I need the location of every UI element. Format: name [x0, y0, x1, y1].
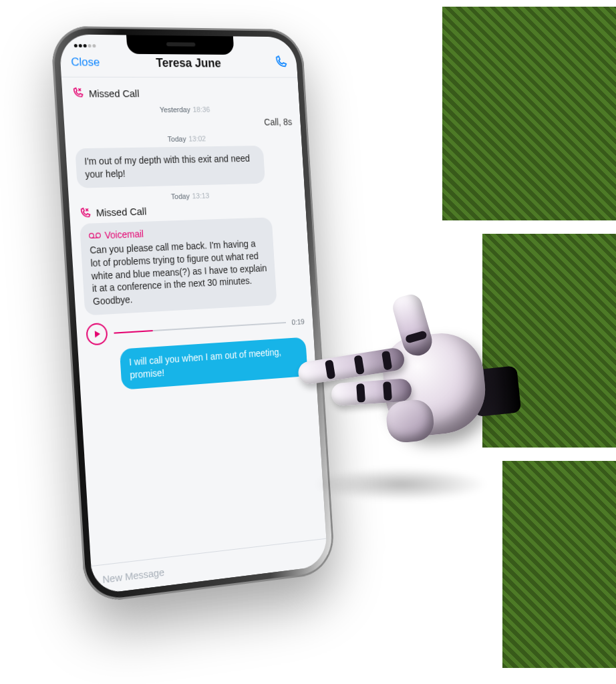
compose-placeholder: New Message — [102, 566, 165, 586]
timestamp: Today13:13 — [78, 189, 297, 203]
robot-hand — [295, 287, 513, 481]
call-duration: Call, 8s — [264, 117, 293, 128]
chat-scroll[interactable]: Missed Call Yesterday18:36 Call, 8s Toda… — [61, 77, 317, 397]
compose-input[interactable]: New Message — [91, 538, 328, 595]
missed-call-label: Missed Call — [88, 88, 139, 99]
robot-curled-fingers — [385, 398, 436, 444]
timestamp: Today13:02 — [74, 134, 293, 144]
message-bubble: I'm out of my depth with this exit and n… — [75, 146, 265, 188]
play-button[interactable] — [86, 323, 108, 346]
message-bubble: I will call you when I am out of meeting… — [119, 337, 307, 390]
decor-panel — [502, 461, 616, 668]
decor-panel — [442, 7, 616, 220]
missed-call-icon — [71, 87, 84, 99]
phone-mockup: 3 4 Close Teresa June Missed Call Yester… — [50, 26, 335, 605]
svg-point-0 — [89, 233, 94, 238]
signal-dots-icon — [73, 40, 97, 50]
timestamp: Yesterday18:36 — [72, 105, 291, 114]
voicemail-transcript: Can you please call me back. I'm having … — [90, 237, 269, 309]
call-button[interactable] — [273, 55, 287, 71]
outgoing-message[interactable]: I will call you when I am out of meeting… — [88, 337, 308, 393]
missed-call-label: Missed Call — [96, 206, 146, 219]
voicemail-entry[interactable]: Voicemail Can you please call me back. I… — [80, 216, 303, 316]
voicemail-icon — [89, 231, 101, 240]
audio-scrubber[interactable] — [114, 322, 285, 334]
close-button[interactable]: Close — [71, 55, 100, 69]
outgoing-call-entry[interactable]: Call, 8s — [73, 117, 293, 130]
incoming-message[interactable]: I'm out of my depth with this exit and n… — [75, 145, 295, 188]
voicemail-label: Voicemail — [104, 228, 144, 240]
svg-point-1 — [96, 233, 100, 238]
contact-name: Teresa June — [156, 56, 221, 70]
phone-screen: 3 4 Close Teresa June Missed Call Yester… — [59, 34, 328, 594]
phone-icon — [273, 55, 287, 69]
missed-call-entry[interactable]: Missed Call — [71, 87, 291, 100]
missed-call-icon — [79, 207, 92, 220]
